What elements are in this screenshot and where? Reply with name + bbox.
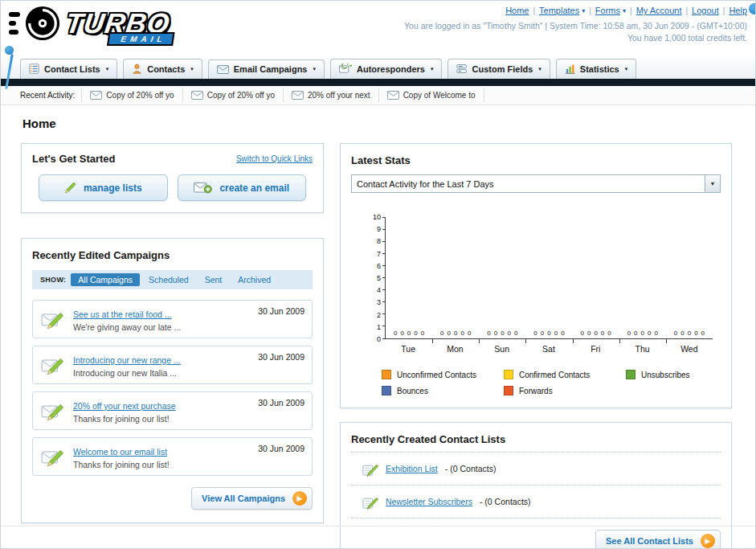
campaign-description: Thanks for joining our list! [73,460,251,469]
top-nav-link-templates[interactable]: Templates [539,6,579,15]
bar-value: 0 [547,330,550,337]
contact-list-link[interactable]: Exhibition List [386,464,438,473]
recent-activity-item[interactable]: Copy of 20% off yo [182,88,283,102]
nav-separator: | [533,6,535,15]
tab-autoresponders[interactable]: Autoresponders▾ [330,59,442,79]
stats-period-value: Contact Activity for the Last 7 Days [352,179,705,189]
switch-to-quick-links-link[interactable]: Switch to Quick Links [236,154,313,163]
stats-period-select[interactable]: Contact Activity for the Last 7 Days ▼ [351,174,721,193]
legend-label: Confirmed Contacts [519,371,590,379]
tab-custom-fields[interactable]: Custom Fields▾ [447,59,550,79]
recent-activity-item-label: Copy of Welcome to [403,91,476,100]
tab-contact-lists[interactable]: Contact Lists▾ [20,59,117,79]
bar-value: 0 [494,330,497,337]
manage-lists-label: manage lists [84,182,142,194]
turbo-email-logo[interactable]: TURBO EMAIL [9,5,170,42]
bar-group: 00000 [573,330,619,337]
bar-value: 0 [648,330,651,337]
legend-item-forwards: Forwards [504,386,626,395]
chevron-down-icon: ▾ [538,66,541,72]
x-axis-tick [619,339,620,343]
see-all-contact-lists-button[interactable]: See All Contact Lists ▶ [595,530,721,549]
chevron-down-icon: ▾ [313,66,316,72]
campaign-item[interactable]: Introducing our new range ...Introducing… [32,346,313,384]
recent-activity-item[interactable]: Copy of Welcome to [378,88,484,102]
x-axis-label: Fri [572,344,619,354]
campaigns-filter-archived[interactable]: Archived [231,273,278,286]
top-nav-link-my-account[interactable]: My Account [636,6,682,15]
campaign-title-link[interactable]: See us at the retail food ... [73,309,172,319]
nav-separator: | [630,6,632,15]
bar-value: 0 [607,330,611,337]
legend-swatch [504,370,513,379]
contact-list-item[interactable]: Exhibition List- (0 Contacts) [351,458,721,479]
create-email-label: create an email [219,182,289,194]
y-axis-tick [382,265,386,266]
recently-created-contact-lists-panel: Recently Created Contact Lists Exhibitio… [340,422,732,549]
recent-activity-item-label: Copy of 20% off yo [207,91,275,100]
campaigns-filter-sent[interactable]: Sent [198,273,230,286]
campaign-item[interactable]: See us at the retail food ...We're givin… [32,300,313,338]
y-axis-tick [382,289,386,290]
chart-y-axis: 012345678910 [369,217,385,339]
top-nav-link-help[interactable]: Help [729,6,747,15]
create-email-button[interactable]: create an email [178,174,307,201]
envelope-plus-icon [194,182,212,194]
envelope-pencil-icon [40,352,66,378]
recent-activity-label: Recent Activity: [20,91,75,100]
view-all-campaigns-label: View All Campaigns [202,494,285,503]
autoresponders-icon [339,64,352,74]
latest-stats-panel: Latest Stats Contact Activity for the La… [340,143,732,408]
campaigns-filters: All CampaignsScheduledSentArchived [71,273,278,286]
recent-activity-item[interactable]: 20% off your next [283,88,378,102]
y-axis-tick [382,241,386,242]
nav-separator: | [686,6,689,15]
arrow-right-icon: ▶ [292,491,307,506]
legend-item-bounces: Bounces [382,386,504,395]
bar-value: 0 [440,330,443,337]
pencil-card-icon [362,494,378,510]
bar-value: 0 [587,330,590,337]
bar-value: 0 [421,330,424,337]
bar-value: 0 [400,330,403,337]
y-axis-label: 9 [377,226,381,233]
recently-edited-campaigns-panel: Recently Edited Campaigns SHOW: All Camp… [21,238,324,523]
manage-lists-button[interactable]: manage lists [39,174,168,201]
get-started-panel: Let's Get Started Switch to Quick Links … [21,143,324,213]
tab-email-campaigns[interactable]: Email Campaigns▾ [208,59,325,79]
pencil-card-icon [362,461,378,477]
bar-value: 0 [501,330,504,337]
campaigns-panel-title: Recently Edited Campaigns [32,249,170,261]
campaign-date: 30 Jun 2009 [258,398,304,424]
top-nav-link-home[interactable]: Home [505,6,529,15]
bar-value: 0 [460,330,464,337]
campaign-date: 30 Jun 2009 [258,306,304,332]
contact-list-link[interactable]: Newsletter Subscribers [386,497,472,506]
contact-list-item[interactable]: Newsletter Subscribers- (0 Contacts) [351,491,721,512]
campaigns-filter-all-campaigns[interactable]: All Campaigns [71,273,140,286]
envelope-icon [90,91,102,100]
campaign-date: 30 Jun 2009 [258,444,304,469]
chart-legend: Unconfirmed ContactsConfirmed ContactsUn… [382,370,721,395]
campaign-title-link[interactable]: 20% off your next purchase [73,401,176,411]
legend-label: Unsubscribes [641,371,690,379]
nav-separator: | [589,6,591,15]
campaign-item[interactable]: Welcome to our email listThanks for join… [32,437,313,476]
chart-values-row: 00000000000000000000000000000000000 [386,330,713,337]
x-axis-tick [573,339,574,343]
tab-contacts[interactable]: Contacts▾ [123,59,202,79]
bar-value: 0 [701,330,705,337]
chevron-down-icon: ▾ [106,66,109,72]
campaigns-filter-scheduled[interactable]: Scheduled [141,273,196,286]
campaign-title-link[interactable]: Introducing our new range ... [73,355,181,365]
view-all-campaigns-button[interactable]: View All Campaigns ▶ [191,487,313,510]
recent-activity-item[interactable]: Copy of 20% off yo [81,88,182,102]
y-axis-tick [382,313,386,314]
top-nav-link-forms[interactable]: Forms [595,6,620,15]
campaign-title-link[interactable]: Welcome to our email list [73,447,167,457]
campaign-item[interactable]: 20% off your next purchaseThanks for joi… [32,391,313,430]
tab-label: Statistics [580,64,619,74]
top-nav-link-logout[interactable]: Logout [692,6,719,15]
tab-statistics[interactable]: Statistics▾ [556,59,636,79]
envelope-pencil-icon [40,444,66,469]
